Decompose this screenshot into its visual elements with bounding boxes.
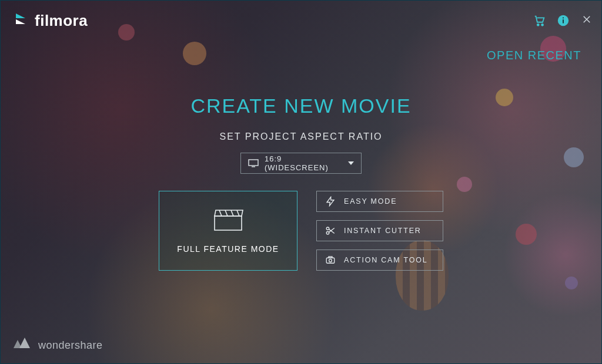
instant-cutter-label: INSTANT CUTTER [344, 227, 422, 235]
footer-brand: wondershare [14, 338, 103, 353]
chevron-down-icon [348, 159, 354, 168]
svg-rect-25 [329, 257, 332, 258]
footer-company: wondershare [38, 339, 103, 352]
svg-line-16 [231, 210, 233, 216]
svg-point-3 [541, 24, 543, 26]
topbar: filmora [12, 9, 593, 32]
svg-rect-9 [249, 160, 258, 166]
easy-mode-button[interactable]: EASY MODE [316, 191, 443, 212]
close-icon[interactable] [580, 13, 593, 28]
mode-area: FULL FEATURE MODE EASY MODE INSTANT CUTT… [1, 191, 601, 271]
svg-rect-6 [563, 18, 564, 19]
cart-icon[interactable] [533, 14, 546, 27]
page-title: CREATE NEW MOVIE [1, 95, 601, 117]
easy-mode-label: EASY MODE [344, 197, 397, 205]
svg-rect-12 [215, 216, 242, 230]
svg-line-15 [225, 210, 228, 216]
aspect-ratio-select[interactable]: 16:9 (WIDESCREEN) [240, 153, 362, 174]
full-feature-mode-button[interactable]: FULL FEATURE MODE [159, 191, 297, 271]
svg-point-24 [329, 259, 332, 262]
monitor-icon [248, 159, 259, 167]
full-feature-mode-label: FULL FEATURE MODE [177, 244, 279, 254]
svg-rect-23 [326, 258, 335, 263]
aspect-ratio-value: 16:9 (WIDESCREEN) [265, 154, 348, 172]
svg-line-14 [219, 210, 222, 216]
logo-icon [12, 11, 29, 30]
svg-marker-1 [16, 19, 25, 24]
app-window: filmora [0, 0, 602, 364]
top-actions [533, 13, 593, 28]
confetti-dot [183, 42, 206, 65]
svg-rect-5 [563, 19, 564, 23]
camera-icon [325, 255, 336, 265]
wondershare-logo-icon [14, 338, 31, 353]
scissors-icon [325, 225, 336, 236]
clapperboard-icon [212, 208, 244, 235]
confetti-dot [565, 277, 578, 289]
lightning-icon [325, 196, 336, 207]
confetti-dot [457, 177, 472, 192]
mode-list: EASY MODE INSTANT CUTTER ACTION CAM T [316, 191, 443, 271]
svg-marker-0 [16, 14, 25, 18]
svg-point-2 [537, 24, 539, 26]
svg-marker-11 [348, 161, 354, 165]
svg-marker-27 [19, 338, 30, 348]
svg-marker-18 [327, 197, 334, 206]
brand-name: filmora [35, 12, 88, 30]
info-icon[interactable] [557, 14, 570, 27]
action-cam-label: ACTION CAM TOOL [344, 256, 428, 264]
open-recent-link[interactable]: OPEN RECENT [487, 49, 581, 62]
instant-cutter-button[interactable]: INSTANT CUTTER [316, 220, 443, 241]
aspect-ratio-label: SET PROJECT ASPECT RATIO [1, 132, 601, 142]
center-stack: CREATE NEW MOVIE SET PROJECT ASPECT RATI… [1, 95, 601, 174]
svg-line-17 [237, 210, 239, 216]
action-cam-tool-button[interactable]: ACTION CAM TOOL [316, 250, 443, 271]
brand: filmora [12, 11, 88, 30]
